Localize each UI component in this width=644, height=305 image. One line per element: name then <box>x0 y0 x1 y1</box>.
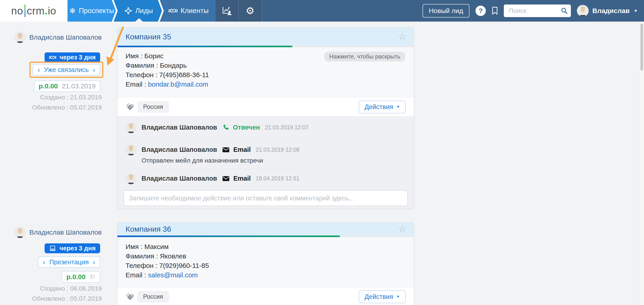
navbar-right-cluster: Новый лид ? Владислав ▼ <box>422 0 638 22</box>
card-header: Компания 36 ☆ <box>118 222 414 236</box>
lead-title[interactable]: Компания 35 <box>126 32 171 41</box>
stats-icon <box>222 6 232 15</box>
lead-title[interactable]: Компания 36 <box>126 225 171 234</box>
avatar <box>125 122 136 133</box>
timeline-divider <box>125 169 406 169</box>
card-fields[interactable]: Нажмите, чтобы раскрыть Имя : Борис Фами… <box>118 47 414 97</box>
avatar <box>125 144 136 156</box>
timeline-divider <box>125 139 406 139</box>
field-value: 7(929)960-11-85 <box>159 262 209 269</box>
entry-event: Отвечен <box>233 124 260 131</box>
scrollbar-thumb[interactable] <box>640 24 643 71</box>
laptop-icon <box>49 246 56 251</box>
bookmark-icon[interactable] <box>492 7 498 15</box>
comment-input[interactable]: Запишите необходимое действие или оставь… <box>124 190 408 206</box>
email-icon <box>222 147 229 152</box>
field-label: Email <box>126 80 142 88</box>
field-label: Имя <box>126 52 138 60</box>
tag-icon <box>126 293 134 300</box>
search-icon[interactable] <box>561 8 568 15</box>
flag-icon: ⚐ <box>90 273 96 281</box>
gear-icon: ⚙ <box>246 6 254 16</box>
entry-author: Владислав Шаповалов <box>142 175 217 182</box>
email-link[interactable]: bondar.b@mail.com <box>148 80 208 88</box>
step-selector[interactable]: ‹ Презентация › <box>38 256 100 268</box>
user-name: Владислав <box>592 7 630 14</box>
snowflake-icon: ❄ <box>69 7 76 14</box>
timeline-entry: Владислав Шаповалов Email 21.03.2019 12:… <box>125 144 300 164</box>
new-lead-button[interactable]: Новый лид <box>422 4 470 18</box>
tag-chip[interactable]: Россия <box>137 291 169 302</box>
target-icon <box>124 7 132 14</box>
app-root: nocrm.io ❄ Проспекты Лиды Клиенты <box>0 0 644 305</box>
tag-icon <box>126 103 134 110</box>
card-fields[interactable]: Имя : Максим Фамилия : Яковлев Телефон :… <box>118 237 414 287</box>
actions-button[interactable]: Действия ▼ <box>359 290 406 303</box>
help-question-mark: ? <box>478 7 483 14</box>
field-label: Фамилия <box>126 252 154 260</box>
help-icon[interactable]: ? <box>476 6 486 16</box>
active-tab-notch <box>135 18 143 22</box>
phone-icon <box>222 124 229 131</box>
lead-card-36: Компания 36 ☆ Имя : Максим Фамилия : Яко… <box>117 222 414 305</box>
email-icon <box>222 176 229 181</box>
tab-prospects[interactable]: ❄ Проспекты <box>68 0 116 22</box>
amount-value: р.0.00 <box>66 273 86 281</box>
lead-owner: Владислав Шаповалов <box>14 32 102 43</box>
reminder-badge[interactable]: через 3 дня <box>44 243 100 253</box>
entry-author: Владислав Шаповалов <box>142 124 217 131</box>
tab-settings[interactable]: ⚙ <box>239 0 262 22</box>
timeline-entry: Владислав Шаповалов Отвечен 21.03.2019 1… <box>125 122 309 133</box>
nav-tabs: ❄ Проспекты Лиды Клиенты <box>68 0 216 22</box>
reminder-label: через 3 дня <box>60 245 96 252</box>
nocrm-logo[interactable]: nocrm.io <box>0 0 68 22</box>
caret-down-icon: ▼ <box>634 8 638 13</box>
step-next-icon[interactable]: › <box>93 66 95 74</box>
logo-dot: . <box>45 5 48 17</box>
step-selector[interactable]: ‹ Уже связались › <box>33 64 100 75</box>
top-navbar: nocrm.io ❄ Проспекты Лиды Клиенты <box>0 0 644 22</box>
field-value: Борис <box>144 52 163 60</box>
tab-statistics[interactable] <box>216 0 239 22</box>
star-icon[interactable]: ☆ <box>398 32 406 42</box>
avatar <box>14 227 26 238</box>
step-next-icon[interactable]: › <box>93 258 95 266</box>
timeline-entry: Владислав Шаповалов Email 18.04.2019 12:… <box>125 173 300 184</box>
logo-text-io: io <box>48 5 56 17</box>
progress-track <box>118 46 414 47</box>
user-menu[interactable]: Владислав ▼ <box>577 5 638 17</box>
field-value: Бондарь <box>160 62 186 69</box>
avatar <box>14 32 26 43</box>
amount-flag-box[interactable]: р.0.00 ⚐ <box>62 271 100 282</box>
tab-clients[interactable]: Клиенты <box>160 0 216 22</box>
logo-text-no: no <box>11 5 23 17</box>
field-label: Телефон <box>126 71 154 78</box>
caret-down-icon: ▼ <box>396 105 400 109</box>
card-header: Компания 35 ☆ <box>118 28 414 46</box>
reminder-badge[interactable]: через 3 дня <box>44 52 100 62</box>
search-input[interactable] <box>508 7 559 14</box>
amount-date: 21.03.2019 <box>62 82 96 90</box>
entry-time: 21.03.2019 12:07 <box>265 124 309 131</box>
email-link[interactable]: sales@mail.com <box>148 271 198 279</box>
field-value: Максим <box>144 243 168 250</box>
star-icon[interactable]: ☆ <box>398 224 406 234</box>
owner-name: Владислав Шаповалов <box>29 34 102 41</box>
updated-date: Обновлено : 05.07.2019 <box>32 295 102 302</box>
tag-chip[interactable]: Россия <box>137 101 169 113</box>
field-value: Яковлев <box>160 252 186 260</box>
tag-actions-row: Россия Действия ▼ <box>118 97 414 116</box>
step-prev-icon[interactable]: ‹ <box>38 66 40 74</box>
avatar <box>577 5 589 17</box>
step-prev-icon[interactable]: ‹ <box>43 258 46 266</box>
field-label: Имя <box>126 243 138 250</box>
tab-leads[interactable]: Лиды <box>114 0 162 22</box>
step-label: Презентация <box>49 258 89 266</box>
amount-date-box[interactable]: р.0.00 21.03.2019 <box>34 80 100 92</box>
actions-label: Действия <box>364 103 393 111</box>
progress-fill <box>118 46 292 47</box>
reminder-label: через 3 дня <box>60 54 96 61</box>
owner-name: Владислав Шаповалов <box>29 228 102 236</box>
created-date: Создано : 06.06.2019 <box>40 285 102 292</box>
actions-button[interactable]: Действия ▼ <box>359 100 406 113</box>
